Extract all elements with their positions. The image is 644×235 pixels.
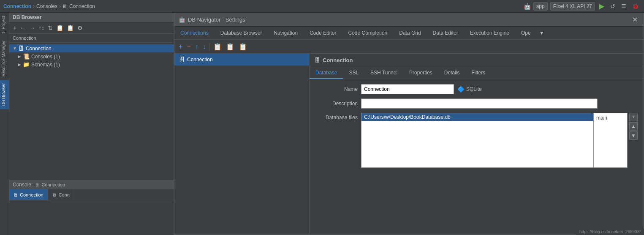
- nav-back-btn[interactable]: ←: [19, 24, 27, 32]
- modal-tab-connections[interactable]: Connections: [174, 27, 215, 40]
- conn-detail-header: 🗄 Connection: [310, 54, 644, 67]
- breadcrumb-part2[interactable]: Consoles: [36, 3, 57, 9]
- vert-tab-resource[interactable]: Resource Manager: [0, 37, 9, 80]
- top-bar-right: 🤖 app Pixel 4 XL API 27 ▶ ↺ ☰ 🐞: [524, 1, 641, 11]
- tree-item-connection[interactable]: ▼ 🗄 Connection: [9, 44, 174, 52]
- conn-list-icon: 🗄: [179, 56, 185, 63]
- arrow-icon: ▼: [13, 46, 17, 51]
- detail-tab-filters[interactable]: Filters: [466, 67, 492, 79]
- name-label: Name: [315, 86, 358, 92]
- dbfile-schema-area: main: [594, 113, 628, 168]
- modal-content: 🗄 Connection 🗄 Connection Database SSL S…: [174, 54, 644, 235]
- console-icon: 📜: [23, 53, 30, 60]
- collapse-btn[interactable]: ↑↕: [37, 24, 46, 32]
- dbfile-scroll-up-btn[interactable]: ▲: [629, 122, 638, 131]
- top-bar: Connection › Consoles › 🗎 Connection 🤖 a…: [0, 0, 644, 13]
- tab-icon2: 🗎: [52, 192, 57, 197]
- tree-item-schemas[interactable]: ▶ 📁 Schemas (1): [9, 60, 174, 68]
- modal-tab-more[interactable]: ▼: [537, 27, 547, 39]
- modal-tab-navigation[interactable]: Navigation: [268, 27, 304, 40]
- modal-tab-data-grid[interactable]: Data Grid: [393, 27, 427, 40]
- vert-tab-dbbrowser[interactable]: DB Browser: [0, 80, 9, 109]
- run-button[interactable]: ▶: [598, 1, 606, 11]
- status-bar: https://blog.csdn.net/dn_268903f: [576, 229, 644, 235]
- toolbar-separator: [209, 43, 210, 51]
- add-connection-btn[interactable]: +: [12, 24, 18, 32]
- console-area: Console: 🗎 Connection 🗎 Connection 🗎 Con…: [9, 180, 174, 235]
- dbfiles-buttons: + ▲ ▼: [629, 113, 638, 168]
- dbfile-scroll-down-btn[interactable]: ▼: [629, 131, 638, 140]
- console-conn-name: Connection: [41, 182, 65, 187]
- copy-btn[interactable]: 📋: [55, 24, 65, 32]
- console-conn-icon: 🗎: [35, 182, 40, 187]
- arrow-icon-consoles: ▶: [18, 54, 21, 59]
- modal-toolbar: + − ↑ ↓ 📋 📋 📋: [174, 40, 644, 54]
- detail-tab-database[interactable]: Database: [310, 67, 343, 79]
- detail-tab-details[interactable]: Details: [438, 67, 466, 79]
- detail-tab-ssh[interactable]: SSH Tunnel: [364, 67, 403, 79]
- tree-label-consoles: Consoles (1): [31, 54, 60, 60]
- console-tab-connection[interactable]: 🗎 Connection: [9, 189, 48, 200]
- breadcrumb-part3[interactable]: Connection: [69, 3, 95, 9]
- tree-item-consoles[interactable]: ▶ 📜 Consoles (1): [9, 52, 174, 60]
- modal-title-text: DB Navigator - Settings: [188, 16, 245, 23]
- add-btn[interactable]: +: [177, 42, 184, 52]
- modal-dialog: 🤖 DB Navigator - Settings ✕ Connections …: [174, 13, 644, 235]
- breadcrumb-icon: 🗎: [62, 3, 68, 9]
- modal-title: 🤖 DB Navigator - Settings: [179, 16, 245, 23]
- modal-close-button[interactable]: ✕: [630, 16, 639, 24]
- detail-tab-properties[interactable]: Properties: [403, 67, 438, 79]
- detail-tab-ssl[interactable]: SSL: [343, 67, 364, 79]
- console-tab-conn[interactable]: 🗎 Conn: [48, 189, 74, 200]
- dbfile-add-btn[interactable]: +: [629, 113, 638, 121]
- detail-form: Name 🔷 SQLite Description: [310, 79, 644, 173]
- modal-tab-database-browser[interactable]: Database Browser: [215, 27, 268, 40]
- modal-tab-code-completion[interactable]: Code Completion: [342, 27, 394, 40]
- detail-header-icon: 🗄: [315, 57, 320, 63]
- vert-tab-project[interactable]: 1: Project: [0, 13, 9, 37]
- remove-btn[interactable]: −: [185, 42, 192, 52]
- db-type-label: SQLite: [466, 86, 482, 92]
- modal-detail: 🗄 Connection Database SSL SSH Tunnel Pro…: [310, 54, 644, 235]
- modal-tab-code-editor[interactable]: Code Editor: [304, 27, 342, 40]
- arrow-icon-schemas: ▶: [18, 62, 21, 67]
- paste-btn[interactable]: 📋: [65, 24, 75, 32]
- dbfile-schema-label: main: [596, 115, 607, 121]
- settings-btn[interactable]: ⚙: [76, 24, 84, 32]
- expand-btn[interactable]: ⇅: [46, 24, 54, 32]
- description-input[interactable]: [361, 98, 598, 109]
- console-label: Console:: [13, 182, 33, 188]
- schema-icon: 📁: [23, 61, 30, 68]
- modal-tab-data-editor[interactable]: Data Editor: [427, 27, 464, 40]
- copy-btn-2[interactable]: 📋: [212, 42, 223, 52]
- bug-button[interactable]: 🐞: [630, 2, 641, 10]
- tree-label-connection: Connection: [26, 46, 52, 52]
- db-type: 🔷 SQLite: [457, 86, 482, 93]
- detail-tabs: Database SSL SSH Tunnel Properties Detai…: [310, 67, 644, 79]
- tree-label-schemas: Schemas (1): [31, 62, 60, 68]
- panel-toolbar: + ← → ↑↕ ⇅ 📋 📋 ⚙: [9, 22, 174, 34]
- modal-tabs: Connections Database Browser Navigation …: [174, 27, 644, 40]
- device-selector[interactable]: Pixel 4 XL API 27: [550, 2, 595, 11]
- dbfiles-list[interactable]: C:\Users\w\Desktop\BookDatabase.db: [361, 113, 594, 168]
- move-up-btn[interactable]: ↑: [193, 42, 200, 52]
- tab-label2: Conn: [59, 192, 70, 197]
- console-tabs: 🗎 Connection 🗎 Conn: [9, 189, 174, 200]
- breadcrumb-part1[interactable]: Connection: [3, 3, 31, 9]
- name-input[interactable]: [361, 84, 454, 94]
- paste-btn-3[interactable]: 📋: [237, 42, 249, 52]
- move-down-btn[interactable]: ↓: [201, 42, 208, 52]
- modal-tab-execution-engine[interactable]: Execution Engine: [464, 27, 515, 40]
- dbfile-entry[interactable]: C:\Users\w\Desktop\BookDatabase.db: [361, 113, 593, 121]
- connection-list-item[interactable]: 🗄 Connection: [174, 54, 309, 66]
- reload-button[interactable]: ↺: [609, 2, 617, 11]
- modal-tab-ope[interactable]: Ope: [515, 27, 537, 40]
- conn-list-label: Connection: [187, 57, 213, 63]
- app-selector[interactable]: app: [533, 2, 548, 11]
- dbfiles-label: Database files: [315, 113, 358, 120]
- paste-btn-2[interactable]: 📋: [224, 42, 236, 52]
- breadcrumb-sep1: ›: [33, 3, 35, 9]
- menu-button[interactable]: ☰: [620, 2, 628, 10]
- nav-forward-btn[interactable]: →: [28, 24, 36, 32]
- modal-connection-list: 🗄 Connection: [174, 54, 310, 235]
